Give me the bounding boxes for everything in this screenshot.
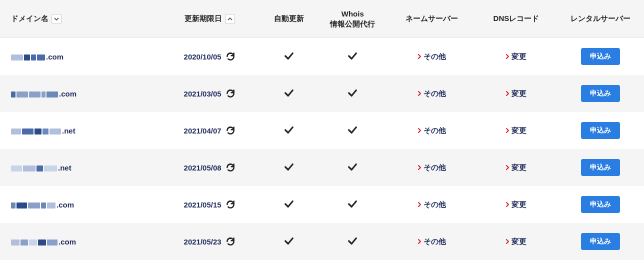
- auto-update-cell: [260, 75, 316, 112]
- col-nameserver: ネームサーバー: [388, 0, 476, 38]
- auto-update-check: [284, 236, 294, 246]
- auto-update-cell: [260, 186, 316, 223]
- domain-cell[interactable]: .com: [0, 38, 158, 76]
- col-whois-label-2: 情報公開代行: [322, 19, 384, 29]
- expiry-cell: 2021/04/07: [158, 112, 260, 149]
- dns-cell: 変更: [476, 149, 558, 186]
- domain-cell[interactable]: .net: [0, 149, 158, 186]
- table-row: .net2021/04/07その他変更申込み: [0, 112, 644, 149]
- col-domain-label: ドメイン名: [11, 14, 48, 24]
- chevron-right-icon: [506, 202, 510, 208]
- apply-button[interactable]: 申込み: [581, 196, 620, 213]
- apply-button[interactable]: 申込み: [581, 122, 620, 139]
- auto-update-check: [284, 50, 294, 62]
- nameserver-link-label: その他: [424, 237, 446, 246]
- sort-domain-button[interactable]: [52, 14, 62, 24]
- col-auto-label: 自動更新: [274, 14, 304, 22]
- col-dns: DNSレコード: [476, 0, 558, 38]
- table-row: .com2021/05/23その他変更申込み: [0, 223, 644, 260]
- nameserver-cell: その他: [388, 112, 476, 149]
- renew-button[interactable]: [226, 88, 236, 98]
- renew-button[interactable]: [226, 126, 236, 136]
- whois-cell: [317, 149, 388, 186]
- chevron-up-icon: [228, 16, 232, 22]
- chevron-right-icon: [506, 164, 510, 170]
- rental-cell: 申込み: [557, 38, 644, 76]
- refresh-icon: [226, 52, 236, 62]
- expiry-cell: 2021/05/15: [158, 186, 260, 223]
- table-row: .com2020/10/05その他変更申込み: [0, 38, 644, 76]
- expiry-cell: 2021/03/05: [158, 75, 260, 112]
- rental-cell: 申込み: [557, 186, 644, 223]
- col-expiry: 更新期限日: [158, 0, 260, 38]
- chevron-right-icon: [418, 164, 422, 170]
- domain-suffix: .net: [58, 164, 72, 172]
- apply-button[interactable]: 申込み: [581, 48, 620, 65]
- whois-cell: [317, 112, 388, 149]
- auto-update-cell: [260, 112, 316, 149]
- nameserver-link[interactable]: その他: [414, 161, 450, 174]
- dns-link-label: 変更: [512, 89, 526, 98]
- domain-cell[interactable]: .com: [0, 223, 158, 260]
- nameserver-link[interactable]: その他: [414, 235, 450, 248]
- nameserver-link-label: その他: [424, 200, 446, 210]
- whois-cell: [317, 223, 388, 260]
- renew-button[interactable]: [226, 162, 236, 172]
- renew-button[interactable]: [226, 200, 236, 210]
- domain-suffix: .com: [46, 52, 64, 61]
- col-whois-label-1: Whois: [322, 9, 384, 19]
- refresh-icon: [226, 162, 236, 172]
- renew-button[interactable]: [226, 236, 236, 246]
- col-whois: Whois 情報公開代行: [317, 0, 388, 38]
- dns-change-link[interactable]: 変更: [502, 198, 530, 212]
- dns-change-link[interactable]: 変更: [502, 124, 530, 138]
- renew-button[interactable]: [226, 52, 236, 62]
- domain-cell[interactable]: .com: [0, 75, 158, 112]
- chevron-right-icon: [506, 90, 510, 96]
- dns-change-link[interactable]: 変更: [502, 161, 530, 174]
- nameserver-link[interactable]: その他: [414, 124, 450, 138]
- nameserver-link[interactable]: その他: [414, 50, 450, 64]
- nameserver-link-label: その他: [424, 126, 446, 136]
- nameserver-cell: その他: [388, 149, 476, 186]
- domain-cell[interactable]: gipsyjazznyumon.com: [0, 260, 158, 269]
- nameserver-link[interactable]: その他: [414, 198, 450, 212]
- check-icon: [347, 88, 358, 98]
- dns-change-link[interactable]: 変更: [502, 235, 530, 248]
- whois-cell: [317, 186, 388, 223]
- nameserver-link-label: その他: [424, 163, 446, 172]
- domain-cell[interactable]: .com: [0, 186, 158, 223]
- whois-check: [347, 162, 358, 172]
- check-icon: [284, 162, 294, 172]
- nameserver-cell: その他: [388, 38, 476, 76]
- chevron-right-icon: [418, 128, 422, 134]
- dns-cell: 変更: [476, 223, 558, 260]
- nameserver-link-label: その他: [424, 89, 446, 98]
- sort-expiry-button[interactable]: [225, 14, 235, 24]
- whois-check: [347, 236, 358, 246]
- check-icon: [284, 88, 294, 98]
- domain-suffix: .com: [59, 90, 76, 98]
- dns-link-label: 変更: [512, 163, 526, 172]
- auto-update-cell: [260, 38, 316, 76]
- dns-link-label: 変更: [512, 126, 526, 136]
- apply-button[interactable]: 申込み: [581, 85, 620, 102]
- col-dns-label: DNSレコード: [494, 14, 540, 22]
- dns-change-link[interactable]: 変更: [502, 87, 530, 100]
- auto-update-check: [284, 88, 294, 98]
- chevron-right-icon: [506, 54, 510, 60]
- nameserver-link-label: その他: [424, 52, 446, 62]
- apply-button[interactable]: 申込み: [581, 233, 620, 250]
- nameserver-cell: その他: [388, 75, 476, 112]
- nameserver-cell: その他: [388, 260, 476, 269]
- col-rental: レンタルサーバー: [557, 0, 644, 38]
- dns-change-link[interactable]: 変更: [502, 50, 530, 64]
- dns-cell: 変更: [476, 112, 558, 149]
- expiry-date: 2021/05/08: [184, 164, 222, 172]
- apply-button[interactable]: 申込み: [581, 159, 620, 176]
- auto-update-cell: [260, 260, 316, 269]
- table-body: .com2020/10/05その他変更申込み.com2021/03/05その他変…: [0, 38, 644, 270]
- nameserver-link[interactable]: その他: [414, 87, 450, 100]
- domain-cell[interactable]: .net: [0, 112, 158, 149]
- check-icon: [347, 124, 358, 136]
